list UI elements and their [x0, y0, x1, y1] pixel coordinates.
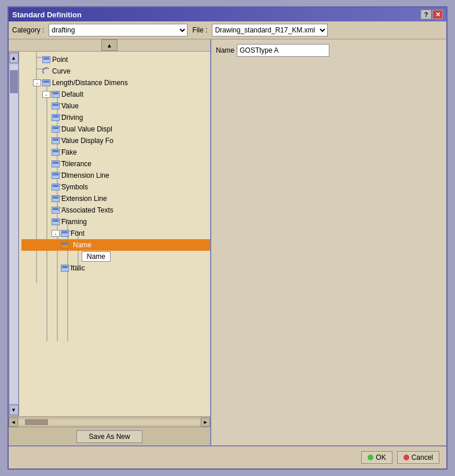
tree-area: Point Curve - Length/Distance Dimens: [19, 52, 210, 416]
tree-item-label: Dual Value Displ: [61, 125, 112, 133]
footer: OK Cancel: [9, 445, 446, 468]
tree-row[interactable]: Framing: [21, 216, 210, 228]
node-icon: [52, 137, 60, 144]
tree-item-label: Dimension Line: [61, 171, 109, 180]
vscroll-down-btn[interactable]: ▼: [9, 405, 19, 415]
tree-item-label: Name: [71, 240, 94, 250]
cancel-label: Cancel: [412, 453, 433, 462]
tree-item-label: Tolerance: [61, 160, 91, 168]
node-icon: [52, 114, 60, 121]
hscroll-thumb[interactable]: [25, 419, 48, 425]
tree-row[interactable]: Dual Value Displ: [21, 123, 210, 135]
tree-row[interactable]: Tolerance: [21, 158, 210, 170]
tree-row[interactable]: Name: [21, 239, 210, 251]
node-icon: [42, 79, 50, 86]
file-select[interactable]: Drawing_standard_R17_KM.xml: [212, 24, 328, 36]
file-label: File :: [192, 26, 207, 34]
tree-item-label: Driving: [61, 113, 83, 122]
tree-row[interactable]: Symbols: [21, 181, 210, 193]
main-window: Standard Definition ? ✕ Category : draft…: [8, 6, 447, 470]
tree-row[interactable]: Point: [21, 54, 210, 65]
node-icon: [52, 149, 60, 156]
node-icon: [52, 91, 60, 98]
main-content: ▲ ▲ ▼: [9, 39, 446, 445]
node-icon: [61, 265, 69, 272]
tree-item-label: Associated Texts: [61, 206, 113, 214]
tree-item-label: Symbols: [61, 183, 88, 191]
node-icon: [52, 218, 60, 225]
node-icon: [42, 56, 50, 63]
vscroll-up-btn[interactable]: ▲: [9, 53, 19, 63]
help-button[interactable]: ?: [421, 10, 431, 19]
vertical-scrollbar: ▲ ▼: [9, 52, 19, 416]
tree-row[interactable]: Extension Line: [21, 193, 210, 204]
tree-row[interactable]: Driving: [21, 112, 210, 123]
node-icon: [52, 195, 60, 202]
tree-row[interactable]: - Font: [21, 228, 210, 239]
tree-row[interactable]: Value Display Fo: [21, 135, 210, 147]
name-row: Name: [216, 44, 442, 57]
save-btn-bar: Save As New: [9, 427, 210, 445]
node-icon: [52, 102, 60, 109]
hscroll-track: [19, 419, 200, 425]
node-icon: [52, 184, 60, 191]
vscroll-thumb[interactable]: [10, 70, 18, 93]
tree-item-label: Fake: [61, 148, 77, 156]
right-panel: Name: [211, 39, 446, 445]
tree-row[interactable]: Value: [21, 100, 210, 112]
tree-item-label: Font: [71, 229, 85, 237]
ok-label: OK: [376, 453, 386, 462]
cancel-button[interactable]: Cancel: [397, 451, 439, 464]
tree-item-label: Extension Line: [61, 195, 107, 203]
toolbar: Category : drafting File : Drawing_stand…: [9, 21, 446, 39]
tree-item-label: Default: [61, 90, 83, 98]
node-icon: [52, 172, 60, 179]
category-select[interactable]: drafting: [49, 24, 188, 36]
tree-item-value-label: Name: [82, 251, 111, 262]
tree-item-label: Framing: [61, 218, 87, 226]
tree-item-label: Italic: [71, 264, 85, 272]
vscroll-track: [10, 64, 18, 404]
tree-item-label: Value Display Fo: [61, 137, 113, 145]
tree-item-label: Curve: [52, 67, 71, 75]
tree-container: ▲ ▼: [9, 52, 210, 416]
hscroll-left-btn[interactable]: ◄: [9, 418, 18, 427]
expand-icon[interactable]: -: [33, 79, 41, 86]
curve-icon: [42, 67, 50, 75]
tree-item-label: Point: [52, 56, 68, 64]
left-panel: ▲ ▲ ▼: [9, 39, 211, 445]
tree-row[interactable]: Associated Texts: [21, 204, 210, 216]
node-icon: [52, 160, 60, 167]
node-icon: [52, 207, 60, 214]
horizontal-scrollbar: ◄ ►: [9, 416, 210, 427]
tree-wrapper: Point Curve - Length/Distance Dimens: [19, 54, 210, 274]
expand-icon[interactable]: -: [42, 91, 50, 98]
name-input[interactable]: [237, 44, 329, 57]
name-label: Name: [216, 46, 234, 54]
save-as-new-button[interactable]: Save As New: [76, 430, 142, 443]
title-bar: Standard Definition ? ✕: [9, 8, 446, 21]
tree-row[interactable]: - Default: [21, 89, 210, 100]
tree-row[interactable]: Fake: [21, 147, 210, 158]
tree-row[interactable]: Dimension Line: [21, 170, 210, 181]
tree-item-label: Length/Distance Dimens: [52, 79, 128, 87]
node-icon: [61, 241, 69, 248]
tree-row[interactable]: Name: [21, 251, 210, 262]
tree-row[interactable]: - Length/Distance Dimens: [21, 77, 210, 89]
hscroll-right-btn[interactable]: ►: [201, 418, 210, 427]
tree-item-label: Value: [61, 102, 79, 110]
node-icon: [61, 230, 69, 237]
tree-row[interactable]: Italic: [21, 262, 210, 274]
node-icon: [52, 126, 60, 133]
ok-dot-icon: [368, 455, 373, 460]
title-bar-buttons: ? ✕: [421, 10, 443, 19]
category-label: Category :: [12, 26, 44, 34]
scroll-top-bar: ▲: [9, 39, 210, 52]
window-title: Standard Definition: [12, 10, 82, 19]
cancel-dot-icon: [403, 455, 409, 460]
expand-icon[interactable]: -: [52, 230, 60, 237]
tree-row[interactable]: Curve: [21, 65, 210, 77]
close-button[interactable]: ✕: [432, 10, 443, 19]
scroll-up-button[interactable]: ▲: [101, 39, 118, 51]
ok-button[interactable]: OK: [361, 451, 392, 464]
